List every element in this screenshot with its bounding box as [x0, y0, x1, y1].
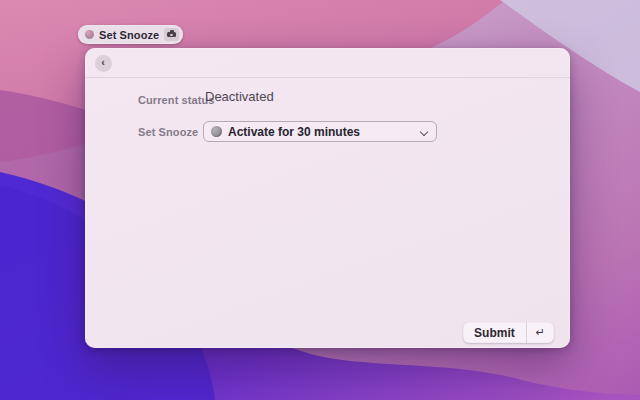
back-button[interactable]: ‹ — [95, 55, 112, 72]
moon-icon — [211, 126, 222, 137]
submit-button[interactable]: Submit ↵ — [463, 322, 554, 343]
snooze-window: ‹ Current status Deactivated Set Snooze … — [85, 48, 570, 348]
set-snooze-pill[interactable]: Set Snooze — [78, 25, 183, 44]
pill-label: Set Snooze — [99, 29, 159, 41]
extension-icon — [85, 30, 94, 39]
snooze-duration-dropdown[interactable]: Activate for 30 minutes — [203, 121, 437, 142]
dropdown-selected-value: Activate for 30 minutes — [228, 125, 414, 139]
set-snooze-label: Set Snooze — [138, 126, 198, 138]
window-header: ‹ — [85, 48, 570, 78]
camera-badge-icon — [164, 28, 179, 41]
submit-label: Submit — [463, 326, 526, 340]
chevron-down-icon — [420, 128, 428, 136]
current-status-value: Deactivated — [205, 89, 274, 104]
current-status-label: Current status — [138, 94, 215, 106]
return-key-icon: ↵ — [527, 326, 554, 339]
chevron-left-icon: ‹ — [101, 57, 105, 68]
